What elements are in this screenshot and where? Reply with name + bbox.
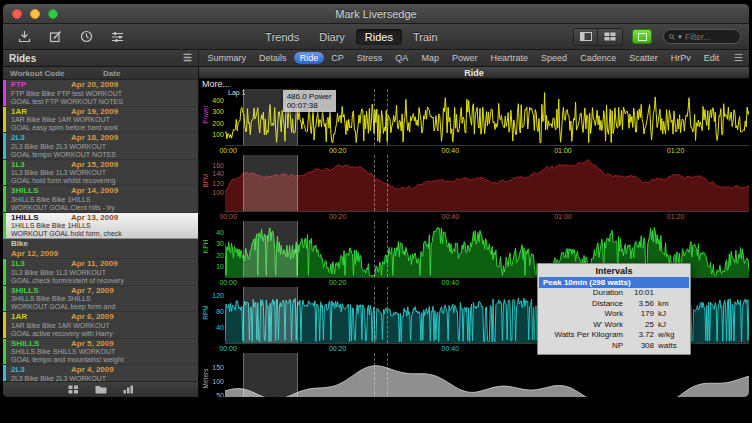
zoom-window-button[interactable] [48, 9, 58, 19]
ride-list-item[interactable]: 3HILLSApr 14, 20093HILLS Bike Bike 1HILL… [3, 186, 198, 213]
analysis-tab-cp[interactable]: CP [325, 52, 350, 64]
ride-description-line: WORKOUT GOAL hold form, check [11, 230, 195, 238]
workout-code: SHILLS [11, 339, 71, 349]
heartrate-plot[interactable]: 00:0000:2000:4001:0001:20 [225, 155, 749, 221]
ride-list-item[interactable]: BikeApr 12, 2009 [3, 239, 198, 259]
close-window-button[interactable] [12, 9, 22, 19]
ride-list-item[interactable]: 2L3Apr 4, 20092L3 Bike Bike 2L3 WORKOUTG… [3, 365, 198, 381]
nav-tab-train[interactable]: Train [404, 29, 447, 45]
interval-selection-band[interactable] [243, 155, 298, 211]
altitude-axis-tick: 150 [212, 363, 224, 370]
folder-icon[interactable] [95, 385, 107, 394]
ride-list-item[interactable]: 1ARApr 19, 20091AR Bike Bike 1AR WORKOUT… [3, 107, 198, 134]
power-time-axis: 00:0000:2000:4001:0001:20 [225, 145, 749, 155]
interval-marker-line [387, 221, 388, 277]
analysis-tab-qa[interactable]: QA [389, 52, 414, 64]
ride-date: Apr 18, 2009 [71, 133, 118, 143]
time-tick-label: 00:00 [219, 213, 237, 220]
ride-date: Apr 14, 2009 [71, 186, 118, 196]
interval-stat-row: Duration10:01 [538, 288, 690, 299]
status-green-button[interactable] [632, 29, 652, 44]
main-nav-tabs: TrendsDiaryRidesTrain [135, 29, 568, 45]
time-tick-label: 01:20 [667, 147, 685, 154]
interval-selection-band[interactable] [243, 287, 298, 343]
filter-field[interactable]: ▼ [663, 29, 741, 44]
chevron-down-icon: ▼ [677, 34, 683, 40]
interval-peak-row[interactable]: Peak 10min (298 watts) [539, 277, 689, 288]
interval-selection-band[interactable] [243, 353, 298, 397]
analysis-tab-scatter[interactable]: Scatter [623, 52, 664, 64]
analysis-tab-summary[interactable]: Summary [202, 52, 253, 64]
ride-list-item[interactable]: 3HILLSApr 7, 20093HILLS Bike Bike 3HILLS… [3, 286, 198, 313]
analysis-tab-speed[interactable]: Speed [535, 52, 573, 64]
window-title: Mark Liversedge [3, 8, 749, 20]
sync-button[interactable] [73, 28, 99, 46]
power-axis-tick: 400 [212, 97, 224, 104]
ride-description-line: GOAL easy spim before hard work [11, 124, 195, 132]
import-ride-button[interactable] [11, 28, 37, 46]
interval-stat-unit: watts [654, 341, 690, 352]
ride-date: Apr 15, 2009 [71, 160, 118, 170]
heartrate-axis-title: BPM [202, 161, 209, 201]
analysis-tab-details[interactable]: Details [253, 52, 293, 64]
ride-list-item[interactable]: 2L3Apr 18, 20092L3 Bike Bike 2L3 WORKOUT… [3, 133, 198, 160]
sidebar-toggle-button[interactable] [574, 29, 598, 45]
interval-stat-row: W' Work25kJ [538, 320, 690, 331]
tabbar-menu-icon[interactable]: ☰ [728, 53, 749, 63]
workout-code: Bike [11, 239, 71, 249]
analysis-tab-power[interactable]: Power [446, 52, 484, 64]
interval-stat-row: Work179kJ [538, 309, 690, 320]
power-plot[interactable]: Lap 1486.0 Power00:07:3800:0000:2000:400… [225, 89, 749, 155]
ride-list-item[interactable]: 1L3Apr 15, 20091L3 Bike Bike 1L3 WORKOUT… [3, 160, 198, 187]
analysis-tab-map[interactable]: Map [415, 52, 445, 64]
ride-color-stripe [3, 213, 6, 239]
altitude-axis-tick: 100 [212, 377, 224, 384]
nav-tab-rides[interactable]: Rides [356, 29, 402, 45]
green-status-icon [638, 33, 647, 41]
ride-list-item[interactable]: 1ARApr 6, 20091AR Bike Bike 1AR WORKOUTG… [3, 312, 198, 339]
interval-stat-value: 179 [628, 309, 654, 320]
ride-date: Apr 11, 2009 [71, 259, 118, 269]
interval-selection-band[interactable] [243, 221, 298, 277]
ride-list-item[interactable]: 1L3Apr 11, 20091L3 Bike Bike 1L3 WORKOUT… [3, 259, 198, 286]
ride-list-item[interactable]: 1HILLSApr 13, 20091HILLS Bike Bike 1HILL… [3, 213, 198, 240]
nav-tab-diary[interactable]: Diary [310, 29, 354, 45]
altitude-chart-block: Meters1501005000:0000:2000:4001:0001:20 [199, 353, 749, 397]
options-button[interactable] [104, 28, 130, 46]
more-link[interactable]: More... [199, 79, 749, 89]
time-tick-label: 00:20 [329, 147, 347, 154]
sidebar-columns[interactable]: Workout CodeDate [3, 67, 198, 80]
nav-tab-trends[interactable]: Trends [256, 29, 308, 45]
interval-stat-row: NP308watts [538, 341, 690, 352]
analysis-tab-hrpv[interactable]: HrPv [665, 52, 697, 64]
interval-stat-value: 3.72 [628, 330, 654, 341]
download-icon [18, 30, 31, 43]
altitude-plot[interactable]: 00:0000:2000:4001:0001:20 [225, 353, 749, 397]
ride-list-item[interactable]: FTPApr 20, 2009FTP Bike Bike FTP test WO… [3, 80, 198, 107]
grid-view-icon[interactable] [68, 385, 79, 394]
ride-color-stripe [3, 286, 6, 312]
ride-list-item[interactable]: SHILLSApr 5, 2009SHILLS Bike SHILLS WORK… [3, 339, 198, 366]
workout-code: 2L3 [11, 365, 71, 375]
analysis-tab-stress[interactable]: Stress [351, 52, 389, 64]
interval-marker-line [374, 353, 375, 397]
column-header-date[interactable]: Date [103, 69, 120, 78]
sidebar-menu-icon[interactable]: ☰ [183, 53, 192, 63]
time-tick-label: 00:20 [329, 213, 347, 220]
workout-code: 3HILLS [11, 186, 71, 196]
minimize-window-button[interactable] [30, 9, 40, 19]
view-toggle-group [573, 28, 623, 46]
title-bar[interactable]: Mark Liversedge [3, 4, 749, 24]
column-header-workout-code[interactable]: Workout Code [10, 69, 65, 78]
analysis-tab-ride[interactable]: Ride [294, 52, 325, 64]
analysis-tab-edit[interactable]: Edit [698, 52, 726, 64]
analysis-tab-cadence[interactable]: Cadence [574, 52, 622, 64]
cadence-axis: RPM1208040 [199, 287, 225, 353]
analysis-tab-heartrate[interactable]: Heartrate [485, 52, 535, 64]
tiled-view-button[interactable] [598, 29, 622, 45]
interval-stat-value: 10:01 [628, 288, 654, 299]
chart-icon[interactable] [123, 385, 134, 394]
filter-input[interactable] [685, 32, 735, 42]
manual-entry-button[interactable] [42, 28, 68, 46]
heartrate-chart-block: BPM16014012010000:0000:2000:4001:0001:20 [199, 155, 749, 221]
